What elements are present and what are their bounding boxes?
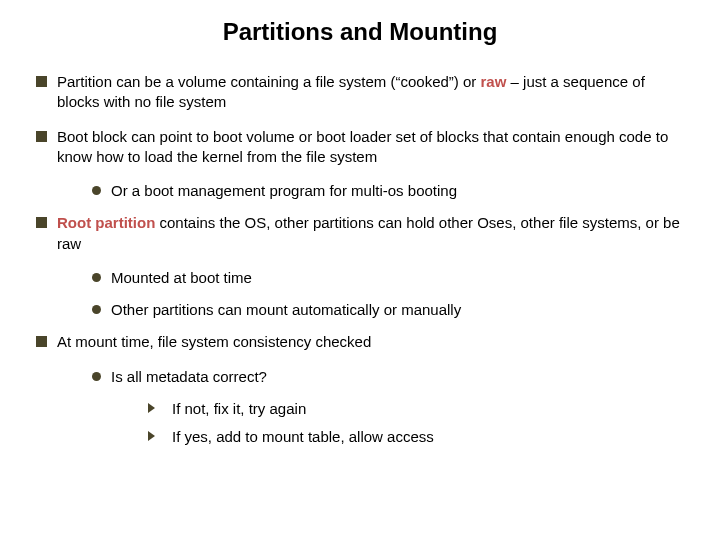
text-run: Partition can be a volume containing a f… [57,73,481,90]
square-bullet-icon [36,131,47,142]
bullet-text: Other partitions can mount automatically… [111,300,684,320]
bullet-level3: If yes, add to mount table, allow access [148,427,684,447]
bullet-level1: Partition can be a volume containing a f… [36,72,684,113]
bullet-text: Root partition contains the OS, other pa… [57,213,684,254]
slide: Partitions and Mounting Partition can be… [0,0,720,540]
square-bullet-icon [36,76,47,87]
bullet-level1: At mount time, file system consistency c… [36,332,684,352]
bullet-text: Mounted at boot time [111,268,684,288]
bullet-level2: Is all metadata correct? [92,367,684,387]
bullet-text: If not, fix it, try again [172,399,684,419]
circle-bullet-icon [92,273,101,282]
bullet-level2: Mounted at boot time [92,268,684,288]
bullet-text: If yes, add to mount table, allow access [172,427,684,447]
bullet-level1: Boot block can point to boot volume or b… [36,127,684,168]
circle-bullet-icon [92,372,101,381]
bullet-level3: If not, fix it, try again [148,399,684,419]
emphasis-text: raw [481,73,507,90]
circle-bullet-icon [92,305,101,314]
triangle-bullet-icon [148,403,162,413]
triangle-bullet-icon [148,431,162,441]
bullet-text: At mount time, file system consistency c… [57,332,684,352]
bullet-level1: Root partition contains the OS, other pa… [36,213,684,254]
bullet-text: Boot block can point to boot volume or b… [57,127,684,168]
square-bullet-icon [36,217,47,228]
bullet-level2: Or a boot management program for multi-o… [92,181,684,201]
slide-title: Partitions and Mounting [36,18,684,46]
square-bullet-icon [36,336,47,347]
bullet-text: Partition can be a volume containing a f… [57,72,684,113]
bullet-level2: Other partitions can mount automatically… [92,300,684,320]
circle-bullet-icon [92,186,101,195]
bullet-text: Or a boot management program for multi-o… [111,181,684,201]
emphasis-text: Root partition [57,214,155,231]
bullet-text: Is all metadata correct? [111,367,684,387]
